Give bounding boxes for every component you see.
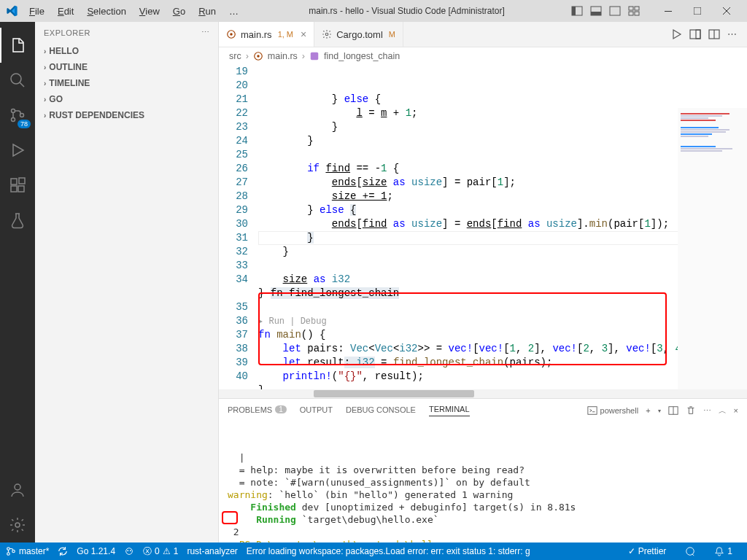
code-content[interactable]: } else { l = m + 1; } } if find == -1 { …: [258, 65, 747, 389]
menu-file[interactable]: File: [23, 3, 50, 20]
window-controls: [654, 0, 741, 22]
layout-grid-icon[interactable]: [626, 3, 642, 19]
tab-modified-badge: 1, M: [278, 30, 293, 39]
svg-rect-33: [311, 52, 319, 61]
menu-run[interactable]: Run: [193, 3, 222, 20]
status-sync[interactable]: [58, 546, 68, 556]
svg-point-23: [15, 523, 20, 527]
more-icon[interactable]: ⋯: [703, 406, 711, 416]
panel-right-icon[interactable]: [607, 3, 623, 19]
sidebar-section-hello[interactable]: ›HELLO: [35, 43, 218, 59]
panel-tab-output[interactable]: OUTPUT: [300, 405, 333, 416]
window-title: main.rs - hello - Visual Studio Code [Ad…: [244, 6, 569, 16]
gear-icon: [322, 29, 332, 39]
tab-main-rs[interactable]: main.rs 1, M ×: [219, 22, 314, 47]
breadcrumb-item[interactable]: main.rs: [268, 51, 298, 61]
svg-rect-7: [629, 12, 633, 15]
sidebar-section-outline[interactable]: ›OUTLINE: [35, 59, 218, 75]
sidebar-section-rust-deps[interactable]: ›RUST DEPENDENCIES: [35, 107, 218, 123]
svg-rect-34: [587, 407, 596, 415]
menu-more[interactable]: …: [223, 3, 244, 20]
panel-tab-debug-console[interactable]: DEBUG CONSOLE: [346, 405, 416, 416]
svg-rect-18: [11, 179, 17, 184]
svg-rect-5: [629, 7, 633, 10]
menu-edit[interactable]: Edit: [52, 3, 80, 20]
search-icon[interactable]: [0, 63, 35, 98]
svg-point-13: [11, 74, 21, 84]
svg-rect-20: [18, 186, 24, 192]
code-editor[interactable]: 1920212223242526272829303132333435363738…: [219, 65, 747, 389]
breadcrumb-item[interactable]: find_longest_chain: [324, 51, 400, 61]
problems-badge: 1: [275, 405, 287, 413]
maximize-button[interactable]: [683, 0, 712, 22]
test-icon[interactable]: [0, 203, 35, 238]
svg-point-42: [130, 550, 131, 551]
title-bar: File Edit Selection View Go Run … main.r…: [0, 0, 747, 22]
new-terminal-icon[interactable]: +: [646, 406, 650, 415]
status-feedback-icon[interactable]: [685, 546, 695, 556]
split-right-icon[interactable]: [708, 28, 720, 40]
terminal-dropdown-icon[interactable]: ▾: [658, 408, 661, 414]
svg-point-38: [7, 553, 10, 556]
account-icon[interactable]: [0, 472, 35, 508]
status-branch[interactable]: master*: [6, 546, 49, 556]
extensions-icon[interactable]: [0, 168, 35, 203]
status-prettier[interactable]: ✓Prettier: [628, 546, 667, 556]
status-bar: master* Go 1.21.4 ⓧ0 ⚠1 rust-analyzer Er…: [0, 542, 747, 560]
status-rust-analyzer[interactable]: rust-analyzer: [187, 546, 237, 556]
function-icon: [309, 51, 320, 61]
terminal-output[interactable]: | = help: maybe it is overwritten before…: [219, 422, 747, 542]
close-panel-icon[interactable]: ×: [734, 406, 738, 415]
split-terminal-icon[interactable]: [668, 405, 678, 416]
svg-point-25: [230, 33, 233, 36]
status-go-icon[interactable]: [124, 546, 134, 556]
activity-bar: 78: [0, 22, 35, 542]
menu-go[interactable]: Go: [167, 3, 191, 20]
status-error-msg[interactable]: Error loading workspace: packages.Load e…: [247, 546, 619, 556]
breadcrumb-item[interactable]: src: [229, 51, 241, 61]
line-gutter: 1920212223242526272829303132333435363738…: [219, 65, 258, 389]
status-problems[interactable]: ⓧ0 ⚠1: [143, 545, 178, 558]
run-debug-icon[interactable]: [0, 133, 35, 168]
close-icon[interactable]: ×: [301, 28, 306, 40]
more-icon[interactable]: ⋯: [727, 28, 737, 40]
explorer-icon[interactable]: [0, 28, 35, 63]
menu-bar: File Edit Selection View Go Run …: [23, 3, 244, 20]
minimize-button[interactable]: [654, 0, 683, 22]
close-button[interactable]: [712, 0, 741, 22]
settings-gear-icon[interactable]: [0, 508, 35, 542]
explorer-sidebar: EXPLORER ⋯ ›HELLO ›OUTLINE ›TIMELINE ›GO…: [35, 22, 219, 542]
breadcrumb[interactable]: src› main.rs› find_longest_chain: [219, 47, 747, 65]
terminal-shell-selector[interactable]: powershell: [587, 405, 639, 416]
chevron-up-icon[interactable]: ︿: [719, 405, 727, 416]
svg-point-40: [126, 548, 133, 555]
panel-bottom-icon[interactable]: [588, 3, 604, 19]
menu-view[interactable]: View: [133, 3, 166, 20]
panel-left-icon[interactable]: [569, 3, 585, 19]
panel-tab-problems[interactable]: PROBLEMS1: [228, 405, 287, 416]
svg-point-41: [127, 550, 128, 551]
tab-cargo-toml[interactable]: Cargo.toml M: [314, 22, 403, 47]
sidebar-section-go[interactable]: ›GO: [35, 91, 218, 107]
explorer-more-icon[interactable]: ⋯: [201, 28, 210, 37]
svg-point-37: [7, 548, 10, 551]
status-bell-icon[interactable]: 1: [714, 546, 732, 556]
scrollbar-thumb[interactable]: [314, 390, 474, 397]
tab-label: main.rs: [241, 29, 272, 40]
status-go-version[interactable]: Go 1.21.4: [77, 546, 115, 556]
tab-modified-badge: M: [389, 30, 395, 39]
sidebar-section-timeline[interactable]: ›TIMELINE: [35, 75, 218, 91]
run-icon[interactable]: [670, 28, 682, 40]
svg-rect-8: [635, 12, 639, 15]
menu-selection[interactable]: Selection: [81, 3, 131, 20]
trash-icon[interactable]: [686, 405, 696, 416]
svg-rect-19: [11, 186, 17, 192]
svg-rect-4: [610, 7, 620, 15]
minimap[interactable]: [678, 108, 747, 389]
source-control-icon[interactable]: 78: [0, 98, 35, 133]
panel-tab-terminal[interactable]: TERMINAL: [429, 405, 470, 416]
split-icon[interactable]: [689, 28, 701, 40]
editor-area: main.rs 1, M × Cargo.toml M ⋯ src› main.…: [219, 22, 747, 542]
horizontal-scrollbar[interactable]: [219, 389, 747, 398]
svg-point-16: [12, 118, 15, 122]
